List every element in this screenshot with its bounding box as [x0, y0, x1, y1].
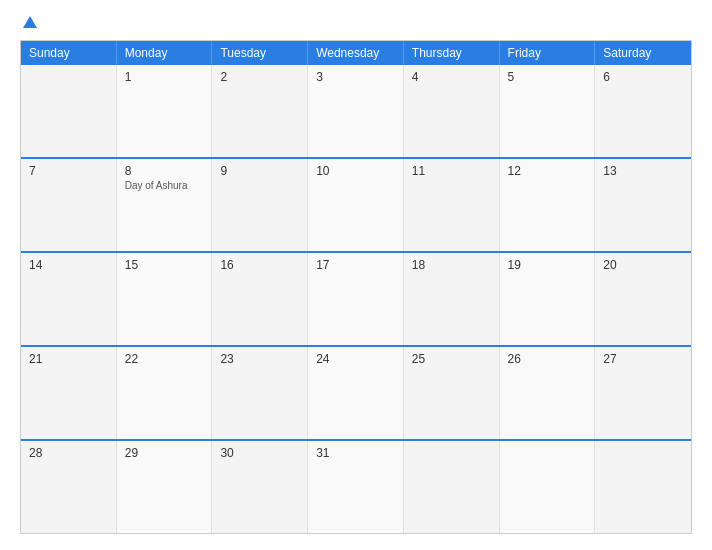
day-cell: 22: [117, 347, 213, 439]
day-cell: 11: [404, 159, 500, 251]
week-row-1: 123456: [21, 65, 691, 157]
day-cell: 6: [595, 65, 691, 157]
day-number: 28: [29, 446, 108, 460]
day-cell: 31: [308, 441, 404, 533]
day-cell: 14: [21, 253, 117, 345]
logo-triangle-icon: [23, 16, 37, 28]
day-cell: 26: [500, 347, 596, 439]
day-number: 14: [29, 258, 108, 272]
day-number: 2: [220, 70, 299, 84]
day-number: 10: [316, 164, 395, 178]
day-number: 29: [125, 446, 204, 460]
logo: [20, 16, 39, 30]
day-cell: [21, 65, 117, 157]
day-cell: 30: [212, 441, 308, 533]
days-header: SundayMondayTuesdayWednesdayThursdayFrid…: [21, 41, 691, 65]
day-number: 11: [412, 164, 491, 178]
day-cell: 29: [117, 441, 213, 533]
day-number: 16: [220, 258, 299, 272]
day-header-monday: Monday: [117, 41, 213, 65]
day-header-sunday: Sunday: [21, 41, 117, 65]
day-cell: 18: [404, 253, 500, 345]
day-cell: 23: [212, 347, 308, 439]
day-cell: 19: [500, 253, 596, 345]
day-cell: 1: [117, 65, 213, 157]
week-row-4: 21222324252627: [21, 345, 691, 439]
day-cell: 12: [500, 159, 596, 251]
calendar-page: SundayMondayTuesdayWednesdayThursdayFrid…: [0, 0, 712, 550]
day-number: 27: [603, 352, 683, 366]
day-cell: 2: [212, 65, 308, 157]
week-row-5: 28293031: [21, 439, 691, 533]
calendar-grid: SundayMondayTuesdayWednesdayThursdayFrid…: [20, 40, 692, 534]
day-cell: 8Day of Ashura: [117, 159, 213, 251]
day-cell: 7: [21, 159, 117, 251]
day-number: 23: [220, 352, 299, 366]
day-header-friday: Friday: [500, 41, 596, 65]
day-number: 25: [412, 352, 491, 366]
day-number: 7: [29, 164, 108, 178]
day-number: 1: [125, 70, 204, 84]
week-row-2: 78Day of Ashura910111213: [21, 157, 691, 251]
day-header-tuesday: Tuesday: [212, 41, 308, 65]
day-number: 19: [508, 258, 587, 272]
day-number: 26: [508, 352, 587, 366]
day-number: 30: [220, 446, 299, 460]
day-cell: 5: [500, 65, 596, 157]
day-cell: 17: [308, 253, 404, 345]
day-cell: 20: [595, 253, 691, 345]
day-cell: [500, 441, 596, 533]
day-number: 21: [29, 352, 108, 366]
day-number: 31: [316, 446, 395, 460]
week-row-3: 14151617181920: [21, 251, 691, 345]
day-cell: 3: [308, 65, 404, 157]
day-number: 8: [125, 164, 204, 178]
day-cell: 16: [212, 253, 308, 345]
day-number: 4: [412, 70, 491, 84]
day-number: 20: [603, 258, 683, 272]
day-number: 18: [412, 258, 491, 272]
day-cell: 4: [404, 65, 500, 157]
day-cell: 24: [308, 347, 404, 439]
day-header-thursday: Thursday: [404, 41, 500, 65]
day-cell: 27: [595, 347, 691, 439]
holiday-label: Day of Ashura: [125, 180, 204, 191]
day-cell: 13: [595, 159, 691, 251]
day-number: 3: [316, 70, 395, 84]
day-cell: 10: [308, 159, 404, 251]
day-number: 9: [220, 164, 299, 178]
day-cell: 21: [21, 347, 117, 439]
calendar-weeks: 12345678Day of Ashura9101112131415161718…: [21, 65, 691, 533]
day-header-wednesday: Wednesday: [308, 41, 404, 65]
day-number: 6: [603, 70, 683, 84]
day-cell: [595, 441, 691, 533]
day-cell: 28: [21, 441, 117, 533]
day-number: 15: [125, 258, 204, 272]
day-cell: 25: [404, 347, 500, 439]
day-cell: 15: [117, 253, 213, 345]
day-number: 12: [508, 164, 587, 178]
day-number: 13: [603, 164, 683, 178]
day-number: 22: [125, 352, 204, 366]
day-number: 17: [316, 258, 395, 272]
day-number: 24: [316, 352, 395, 366]
header: [20, 16, 692, 30]
day-cell: 9: [212, 159, 308, 251]
day-number: 5: [508, 70, 587, 84]
day-header-saturday: Saturday: [595, 41, 691, 65]
day-cell: [404, 441, 500, 533]
